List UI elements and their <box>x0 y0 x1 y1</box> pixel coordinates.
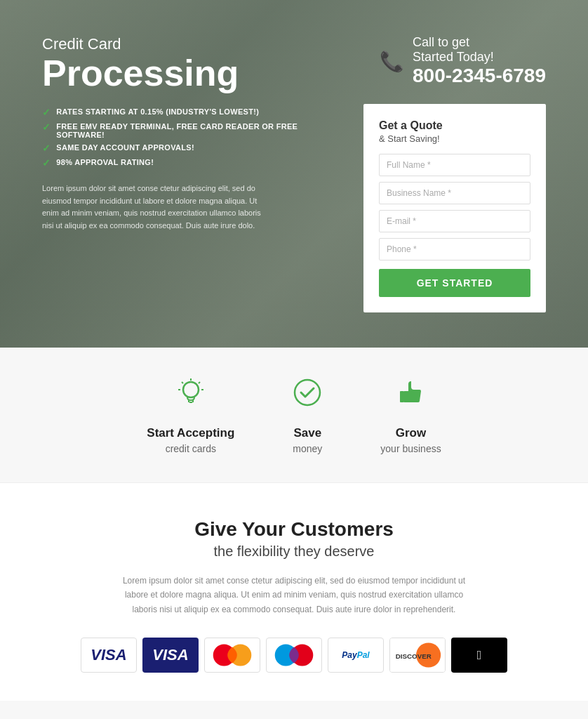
quote-title: Get a Quote <box>379 119 530 132</box>
check-icon: ✓ <box>42 157 51 169</box>
feature-subtitle-grow: your business <box>380 443 441 454</box>
instore-section: In Store Lorem ipsum dolor sit amet cons… <box>0 701 588 719</box>
bulb-icon <box>174 376 208 416</box>
feature-item: ✓RATES STARTING AT 0.15% (INDUSTRY'S LOW… <box>42 107 328 118</box>
feature-item: ✓FREE EMV READY TERMINAL, FREE CARD READ… <box>42 122 328 139</box>
payment-logos: VISA VISA Pay Pal <box>42 638 546 673</box>
check-icon: ✓ <box>42 143 51 154</box>
call-section: 📞 Call to get Started Today! 800-2345-67… <box>380 35 546 87</box>
svg-line-5 <box>182 382 183 383</box>
business-name-input[interactable] <box>379 182 530 204</box>
feature-title-grow: Grow <box>396 426 426 440</box>
email-input[interactable] <box>379 210 530 232</box>
check-circle-icon <box>290 376 324 416</box>
hero-title-large: Processing <box>42 53 328 93</box>
hero-features-list: ✓RATES STARTING AT 0.15% (INDUSTRY'S LOW… <box>42 107 328 169</box>
svg-rect-10 <box>400 391 404 402</box>
features-strip: Start Accepting credit cards Save money … <box>0 348 588 483</box>
thumbs-up-icon <box>394 376 428 416</box>
quote-form: Get a Quote & Start Saving! GET STARTED <box>363 104 546 312</box>
feature-subtitle-accepting: credit cards <box>166 443 216 454</box>
visa-blue-logo: VISA <box>142 638 199 673</box>
maestro-logo <box>266 638 322 673</box>
feature-title-accepting: Start Accepting <box>147 426 234 440</box>
check-icon: ✓ <box>42 121 51 133</box>
feature-title-save: Save <box>293 426 321 440</box>
phone-input[interactable] <box>379 238 530 260</box>
apple-pay-logo:  <box>451 638 507 673</box>
quote-subtitle: & Start Saving! <box>379 133 530 144</box>
feature-subtitle-save: money <box>293 443 322 454</box>
svg-text:DISCOVER: DISCOVER <box>396 652 432 660</box>
feature-item-accepting: Start Accepting credit cards <box>147 376 234 454</box>
check-icon: ✓ <box>42 107 51 118</box>
svg-point-9 <box>295 380 320 405</box>
hero-section: Credit Card Processing ✓RATES STARTING A… <box>0 0 588 348</box>
get-started-button[interactable]: GET STARTED <box>379 269 530 297</box>
phone-icon: 📞 <box>380 50 404 73</box>
full-name-input[interactable] <box>379 154 530 176</box>
paypal-logo: Pay Pal <box>328 638 384 673</box>
feature-item-grow: Grow your business <box>380 376 441 454</box>
svg-line-6 <box>199 382 200 383</box>
customers-title: Give Your Customers <box>42 518 546 541</box>
feature-item-save: Save money <box>290 376 324 454</box>
hero-right-content: 📞 Call to get Started Today! 800-2345-67… <box>349 35 546 312</box>
hero-left-content: Credit Card Processing ✓RATES STARTING A… <box>42 35 328 232</box>
hero-description: Lorem ipsum dolor sit amet conse ctetur … <box>42 183 267 232</box>
feature-item: ✓98% APPROVAL RATING! <box>42 158 328 169</box>
call-to-get-label: Call to get <box>413 35 546 50</box>
started-label: Started Today! <box>413 50 546 65</box>
visa-white-logo: VISA <box>81 638 137 673</box>
discover-logo: DISCOVER <box>389 638 446 673</box>
svg-point-0 <box>183 382 199 397</box>
hero-title-small: Credit Card <box>42 35 328 53</box>
feature-item: ✓SAME DAY ACCOUNT APPROVALS! <box>42 143 328 154</box>
customers-subtitle: the flexibility they deserve <box>42 543 546 560</box>
customers-section: Give Your Customers the flexibility they… <box>0 483 588 701</box>
customers-description: Lorem ipsum dolor sit amet conse ctetur … <box>112 574 476 616</box>
phone-number: 800-2345-6789 <box>413 65 546 87</box>
mastercard-logo <box>204 638 260 673</box>
